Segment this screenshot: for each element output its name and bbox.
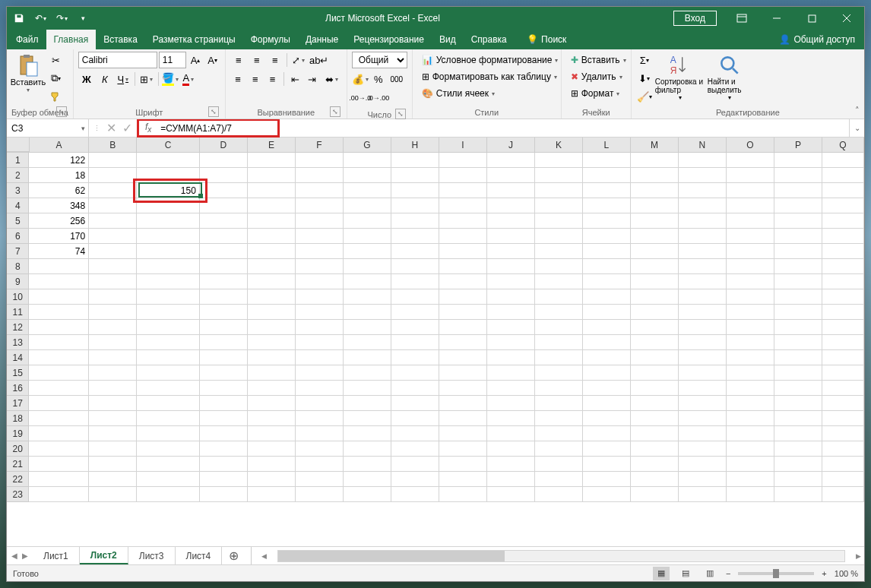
cell-F21[interactable] [296, 457, 344, 472]
increase-font-icon[interactable]: A▴ [188, 52, 204, 68]
cell-G17[interactable] [344, 396, 391, 411]
cell-A23[interactable] [29, 487, 89, 502]
cell-Q14[interactable] [822, 350, 864, 365]
cell-A8[interactable] [29, 259, 89, 274]
cell-D11[interactable] [200, 305, 248, 320]
cell-A13[interactable] [29, 335, 89, 350]
cell-H21[interactable] [391, 457, 439, 472]
cell-P15[interactable] [774, 365, 822, 381]
cell-B14[interactable] [89, 350, 137, 365]
cell-G20[interactable] [344, 441, 391, 457]
cell-L15[interactable] [583, 365, 631, 381]
row-header[interactable]: 19 [7, 426, 29, 441]
cell-B20[interactable] [89, 441, 137, 457]
cell-A18[interactable] [29, 411, 89, 426]
cell-B11[interactable] [89, 305, 137, 320]
cell-C7[interactable] [137, 244, 200, 259]
cell-M18[interactable] [631, 411, 679, 426]
cell-P1[interactable] [774, 153, 822, 168]
cell-I1[interactable] [439, 153, 487, 168]
minimize-icon[interactable] [759, 7, 794, 30]
cell-I22[interactable] [439, 472, 487, 487]
col-header-E[interactable]: E [248, 138, 296, 152]
cell-E7[interactable] [248, 244, 296, 259]
cell-B12[interactable] [89, 320, 137, 335]
cell-I18[interactable] [439, 411, 487, 426]
cell-N11[interactable] [679, 305, 727, 320]
cell-O13[interactable] [727, 335, 774, 350]
cell-K18[interactable] [535, 411, 583, 426]
cell-G2[interactable] [344, 168, 391, 183]
cell-N20[interactable] [679, 441, 727, 457]
row-header[interactable]: 22 [7, 472, 29, 487]
cell-C18[interactable] [137, 411, 200, 426]
tell-me-search[interactable]: 💡Поиск [519, 30, 574, 49]
align-right-icon[interactable]: ≡ [264, 71, 280, 87]
cell-K1[interactable] [535, 153, 583, 168]
cell-N5[interactable] [679, 213, 727, 229]
cell-L17[interactable] [583, 396, 631, 411]
row-header[interactable]: 4 [7, 198, 29, 213]
cell-E5[interactable] [248, 213, 296, 229]
cell-I15[interactable] [439, 365, 487, 381]
cell-J7[interactable] [487, 244, 535, 259]
cell-J16[interactable] [487, 381, 535, 396]
cell-Q1[interactable] [822, 153, 864, 168]
cell-D3[interactable] [200, 183, 248, 198]
select-all-corner[interactable] [7, 138, 30, 152]
cell-P13[interactable] [774, 335, 822, 350]
cell-N10[interactable] [679, 289, 727, 305]
cell-O15[interactable] [727, 365, 774, 381]
cell-B9[interactable] [89, 274, 137, 289]
font-launcher-icon[interactable]: ⤡ [208, 106, 219, 117]
cell-P9[interactable] [774, 274, 822, 289]
italic-button[interactable]: К [97, 71, 113, 87]
collapse-ribbon-icon[interactable]: ˄ [855, 106, 860, 115]
cell-I5[interactable] [439, 213, 487, 229]
cell-N16[interactable] [679, 381, 727, 396]
col-header-D[interactable]: D [200, 138, 248, 152]
cell-E3[interactable] [248, 183, 296, 198]
cell-H15[interactable] [391, 365, 439, 381]
cell-G9[interactable] [344, 274, 391, 289]
cell-C6[interactable] [137, 229, 200, 244]
cell-M12[interactable] [631, 320, 679, 335]
cell-O22[interactable] [727, 472, 774, 487]
cell-F3[interactable] [296, 183, 344, 198]
cell-H11[interactable] [391, 305, 439, 320]
cell-B18[interactable] [89, 411, 137, 426]
cell-O3[interactable] [727, 183, 774, 198]
close-icon[interactable] [829, 7, 864, 30]
cell-P20[interactable] [774, 441, 822, 457]
cell-Q15[interactable] [822, 365, 864, 381]
cancel-formula-icon[interactable]: ✕ [106, 121, 116, 135]
cell-C20[interactable] [137, 441, 200, 457]
row-header[interactable]: 6 [7, 229, 29, 244]
cell-M8[interactable] [631, 259, 679, 274]
cell-D19[interactable] [200, 426, 248, 441]
cell-J4[interactable] [487, 198, 535, 213]
cell-G12[interactable] [344, 320, 391, 335]
cell-J11[interactable] [487, 305, 535, 320]
cell-G23[interactable] [344, 487, 391, 502]
row-header[interactable]: 8 [7, 259, 29, 274]
cell-H12[interactable] [391, 320, 439, 335]
col-header-I[interactable]: I [439, 138, 487, 152]
cell-M6[interactable] [631, 229, 679, 244]
cell-N1[interactable] [679, 153, 727, 168]
cell-J5[interactable] [487, 213, 535, 229]
cell-K14[interactable] [535, 350, 583, 365]
cell-Q23[interactable] [822, 487, 864, 502]
cell-C2[interactable] [137, 168, 200, 183]
cell-M16[interactable] [631, 381, 679, 396]
cell-G8[interactable] [344, 259, 391, 274]
cell-H1[interactable] [391, 153, 439, 168]
cell-E23[interactable] [248, 487, 296, 502]
cell-E11[interactable] [248, 305, 296, 320]
cell-L5[interactable] [583, 213, 631, 229]
cell-F5[interactable] [296, 213, 344, 229]
cell-F14[interactable] [296, 350, 344, 365]
cell-O20[interactable] [727, 441, 774, 457]
cell-Q5[interactable] [822, 213, 864, 229]
cell-E15[interactable] [248, 365, 296, 381]
